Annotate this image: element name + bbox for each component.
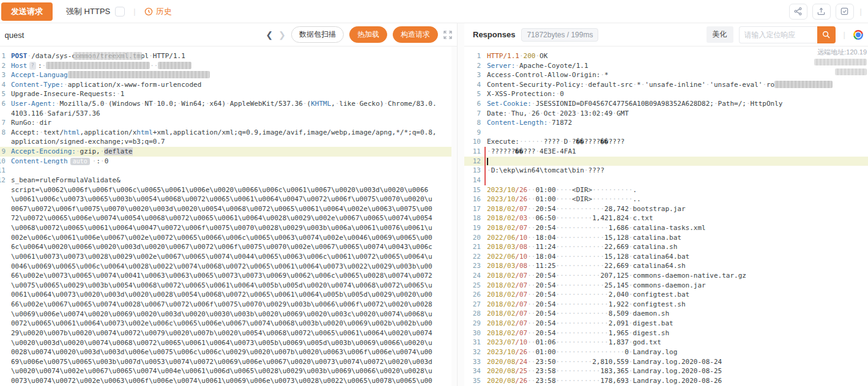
line-number: 34 xyxy=(464,366,483,376)
response-panel: Responses 71872bytes / 199ms 美化 | 远端地址:1… xyxy=(464,23,868,386)
top-toolbar: 发送请求 强制 HTTPS | 历史 | xyxy=(0,0,868,23)
line-number: 29 xyxy=(464,319,483,328)
code-line: 342020/08/25··23:58···········183,365·La… xyxy=(464,366,868,376)
response-editor[interactable]: 远端地址:120.19 1HTTP/1.1·200·OK2Server:·Apa… xyxy=(464,46,868,386)
chrome-browser-icon[interactable] xyxy=(853,30,863,40)
share-button[interactable] xyxy=(789,4,807,20)
line-number: 8 xyxy=(0,128,7,138)
line-number: 6 xyxy=(0,99,7,109)
line-number: 1 xyxy=(464,51,483,61)
export-icon xyxy=(817,7,826,16)
search-button[interactable] xyxy=(817,26,836,43)
line-number: 32 xyxy=(464,347,483,357)
line-number xyxy=(0,137,7,147)
line-number: 30 xyxy=(464,328,483,338)
line-number: 27 xyxy=(464,300,483,310)
line-number: 21 xyxy=(464,242,483,252)
code-line: 7RunGo:·dir xyxy=(0,118,457,128)
hot-reload-button[interactable]: 热加载 xyxy=(349,26,387,43)
send-request-button[interactable]: 发送请求 xyxy=(1,2,53,21)
line-number: 4 xyxy=(464,80,483,90)
beautify-button[interactable]: 美化 xyxy=(707,26,733,43)
force-https-checkbox[interactable] xyxy=(115,7,125,17)
code-line: 11·??????��???·4E3E-4FA1 xyxy=(464,147,868,157)
line-number: 4 xyxy=(0,80,7,90)
line-number: 12 xyxy=(464,157,483,166)
redacted-blur xyxy=(73,52,142,60)
code-line: 3Accept-Languag xyxy=(0,70,457,80)
next-request-button[interactable]: ❯ xyxy=(278,30,286,40)
code-line: 182018/02/03··06:50·········1,421,824·c.… xyxy=(464,213,868,223)
code-line: 13·D:\ekp\win64\tomcat\bin·???? xyxy=(464,166,868,176)
locate-response-input[interactable] xyxy=(739,26,817,43)
code-line: 8Content-Length:·71872 xyxy=(464,118,868,128)
line-number: 2 xyxy=(464,61,483,71)
line-number: 16 xyxy=(464,195,483,204)
code-line: 12s_bean=ruleFormulaValidate& xyxy=(0,176,457,185)
code-line: 2Host?:··· xyxy=(0,61,457,71)
code-line: 14 xyxy=(464,176,868,185)
remote-address-label: 远端地址:120.19 xyxy=(814,48,867,57)
code-line: application/signed-exchange;v=b3;q=0.7 xyxy=(0,137,457,147)
redacted-blur xyxy=(774,81,833,88)
code-line: 222022/06/10··18:04············15,128·ca… xyxy=(464,252,868,262)
line-number: 7 xyxy=(0,118,7,128)
code-line: 9 xyxy=(464,128,868,138)
fullscreen-icon xyxy=(443,31,452,39)
line-number: 24 xyxy=(464,271,483,281)
prev-request-button[interactable]: ❮ xyxy=(266,30,273,40)
line-number: 11 xyxy=(464,147,483,157)
code-line: 252018/02/07··20:54············25,145·co… xyxy=(464,281,868,291)
line-number: 14 xyxy=(464,176,483,185)
code-line: 7Date:·Thu,·26·Oct·2023·13:02:49·GMT xyxy=(464,109,868,119)
redacted-blur xyxy=(814,59,867,65)
code-line: 172018/02/07··20:54············28,742·bo… xyxy=(464,204,868,214)
line-number: 9 xyxy=(0,147,7,157)
code-line: 5X-XSS-Protection:·0 xyxy=(464,89,868,99)
force-https-label: 强制 HTTPS xyxy=(66,6,110,17)
code-line: 4Content-Security-Policy:·default-src·*·… xyxy=(464,80,868,90)
line-number: 3 xyxy=(0,70,7,80)
code-line: script=\u0062\u006f\u006f\u006c\u0065\u0… xyxy=(0,185,457,386)
share-icon xyxy=(793,7,803,16)
code-line: 12 xyxy=(464,157,868,166)
code-line: 4Content-Type:·application/x-www-form-ur… xyxy=(0,80,457,90)
code-line: 3Access-Control-Allow-Origin:·* xyxy=(464,70,868,80)
line-number: 18 xyxy=(464,213,483,223)
request-scrollbar[interactable] xyxy=(451,46,457,386)
packet-scan-button[interactable]: 数据包扫描 xyxy=(291,26,344,43)
code-line: 4103.116·Safari/537.36 xyxy=(0,109,457,119)
history-label: 历史 xyxy=(156,6,172,17)
line-number: 26 xyxy=(464,290,483,300)
request-panel: Request ❮ ❯ 数据包扫描 热加载 构造请求 1POST·/data/s… xyxy=(0,23,458,386)
history-button[interactable]: 历史 xyxy=(144,6,172,17)
panel-gap xyxy=(458,23,464,386)
line-number: 22 xyxy=(464,252,483,262)
code-line: 11 xyxy=(0,166,457,176)
code-line: 312023/07/10··01:06·············1,837·go… xyxy=(464,338,868,347)
line-number xyxy=(0,109,7,119)
line-number: 35 xyxy=(464,376,483,386)
request-editor[interactable]: 1POST·/data/sys-common/treexml.tmpl·HTTP… xyxy=(0,46,457,386)
line-number: 15 xyxy=(464,185,483,195)
code-line: 1HTTP/1.1·200·OK xyxy=(464,51,868,61)
code-line: 5Upgrade-Insecure-Requests:·1 xyxy=(0,89,457,99)
change-marker xyxy=(484,147,486,185)
response-panel-title: Responses xyxy=(473,30,515,39)
line-number: 1 xyxy=(0,51,7,61)
code-line: 10Execute:······????·D·?��????��???? xyxy=(464,137,868,147)
line-number: 25 xyxy=(464,281,483,291)
fullscreen-button[interactable] xyxy=(443,31,452,39)
construct-request-button[interactable]: 构造请求 xyxy=(393,26,438,43)
remote-address-overlay: 远端地址:120.19 xyxy=(814,48,867,76)
code-line: 10Content-Lengthauto·:·0 xyxy=(0,157,457,166)
select-check-button[interactable] xyxy=(836,4,854,20)
code-line: 8Accept:·text/html,application/xhtml+xml… xyxy=(0,128,457,138)
code-line: 322023/10/26··01:00·················0·La… xyxy=(464,347,868,357)
line-number: 2 xyxy=(0,61,7,71)
line-number: 33 xyxy=(464,357,483,367)
export-button[interactable] xyxy=(812,4,831,20)
code-line: 242018/02/07··20:54···········207,125·co… xyxy=(464,271,868,281)
line-number: 5 xyxy=(464,89,483,99)
line-number: 8 xyxy=(464,118,483,128)
